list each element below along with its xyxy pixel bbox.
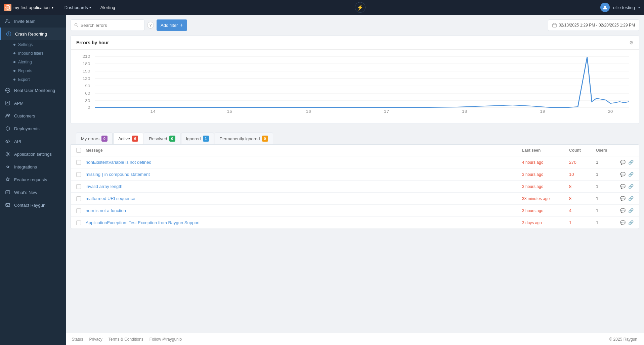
comment-icon[interactable]: 💬: [620, 184, 626, 189]
footer-follow[interactable]: Follow @raygunio: [149, 337, 182, 342]
chart-settings-button[interactable]: ⚙: [629, 40, 634, 45]
calendar-icon: [552, 23, 557, 28]
sidebar-sub-settings[interactable]: Settings: [13, 40, 66, 49]
comment-icon[interactable]: 💬: [620, 196, 626, 201]
sidebar-item-invite-team[interactable]: Invite team: [0, 15, 66, 28]
app-name: my first application: [13, 5, 50, 10]
table-row: invalid array length 3 hours ago 8 1 💬 🔗: [71, 181, 639, 193]
count: 10: [569, 172, 596, 177]
chart-svg: 210 180 150 120 90 60 30 0 14 Feb 15 Feb…: [76, 53, 634, 113]
comment-icon[interactable]: 💬: [620, 160, 626, 165]
tab-active[interactable]: Active 6: [113, 133, 143, 144]
search-icon: [74, 23, 79, 28]
sidebar-sub-reports[interactable]: Reports: [13, 66, 66, 75]
link-icon[interactable]: 🔗: [628, 172, 634, 177]
card-header: Errors by hour ⚙: [71, 36, 639, 50]
link-icon[interactable]: 🔗: [628, 160, 634, 165]
user-chevron-icon: ▾: [638, 6, 640, 9]
svg-rect-14: [553, 24, 556, 27]
app-selector[interactable]: my first application ▾: [4, 0, 57, 15]
table-row: nonExistentVariable is not defined 4 hou…: [71, 156, 639, 168]
footer-terms[interactable]: Terms & Conditions: [109, 337, 143, 342]
nav-dashboards[interactable]: Dashboards ▾: [60, 0, 96, 15]
chart-area: 210 180 150 120 90 60 30 0 14 Feb 15 Feb…: [71, 50, 639, 124]
svg-rect-12: [6, 204, 10, 207]
add-filter-button[interactable]: Add filter +: [157, 19, 187, 31]
svg-point-7: [6, 114, 8, 116]
sidebar-item-app-settings[interactable]: Application settings: [0, 148, 66, 160]
sidebar-item-deployments[interactable]: Deployments: [0, 122, 66, 135]
api-label: API: [14, 139, 21, 144]
dot-icon: [13, 79, 15, 81]
select-all-checkbox[interactable]: [76, 148, 81, 153]
dot-icon: [13, 44, 15, 46]
footer-status[interactable]: Status: [72, 337, 83, 342]
link-icon[interactable]: 🔗: [628, 220, 634, 225]
table-row: num is not a function 3 hours ago 4 1 💬 …: [71, 205, 639, 217]
crash-reporting-sub: Settings Inbound filters Alerting Report…: [0, 40, 66, 84]
sidebar-item-feature-requests[interactable]: Feature requests: [0, 173, 66, 186]
footer: Documentation Help / Support Status Priv…: [0, 333, 644, 345]
sidebar-sub-alerting[interactable]: Alerting: [13, 58, 66, 66]
nav-alerting[interactable]: Alerting: [96, 0, 120, 15]
sidebar-item-crash-reporting[interactable]: Crash Reporting: [0, 28, 66, 40]
comment-icon[interactable]: 💬: [620, 220, 626, 225]
rum-icon: [5, 87, 11, 93]
integrations-icon: [5, 164, 11, 170]
row-actions: 💬 🔗: [616, 172, 634, 177]
count: 4: [569, 208, 596, 213]
svg-rect-11: [6, 191, 10, 194]
tab-resolved[interactable]: Resolved 0: [144, 133, 180, 144]
sidebar-item-api[interactable]: API: [0, 135, 66, 148]
error-message-link[interactable]: ApplicationException: Test Exception fro…: [86, 220, 200, 225]
app-settings-icon: [5, 151, 11, 157]
sidebar-item-label: Invite team: [14, 19, 36, 24]
svg-text:16: 16: [306, 110, 311, 113]
tab-permanently-ignored[interactable]: Permanently ignored 0: [215, 133, 273, 144]
svg-text:20: 20: [608, 110, 613, 113]
svg-text:30: 30: [85, 99, 90, 103]
help-button[interactable]: ?: [147, 22, 154, 29]
date-range-picker[interactable]: 02/13/2025 1:29 PM - 02/20/2025 1:29 PM: [548, 19, 639, 31]
tab-ignored[interactable]: Ignored 1: [181, 133, 214, 144]
link-icon[interactable]: 🔗: [628, 208, 634, 213]
sidebar-item-integrations[interactable]: Integrations: [0, 160, 66, 173]
footer-privacy[interactable]: Privacy: [89, 337, 102, 342]
link-icon[interactable]: 🔗: [628, 184, 634, 189]
tab-my-errors[interactable]: My errors 0: [76, 133, 113, 144]
deployments-label: Deployments: [14, 126, 40, 131]
dot-icon: [13, 61, 15, 63]
date-range-text: 02/13/2025 1:29 PM - 02/20/2025 1:29 PM: [559, 23, 635, 28]
sidebar-item-contact[interactable]: Contact Raygun: [0, 199, 66, 211]
crash-reporting-icon: [6, 31, 12, 37]
error-message-link[interactable]: nonExistentVariable is not defined: [86, 160, 152, 165]
sidebar-sub-export[interactable]: Export: [13, 75, 66, 84]
error-message-link[interactable]: missing } in compound statement: [86, 172, 150, 177]
user-name[interactable]: ollie testing: [613, 5, 635, 10]
feature-requests-label: Feature requests: [14, 177, 47, 182]
count: 8: [569, 184, 596, 189]
error-message-link[interactable]: invalid array length: [86, 184, 122, 189]
top-nav-right: ollie testing ▾: [600, 3, 640, 12]
sidebar-item-rum[interactable]: Real User Monitoring: [0, 84, 66, 97]
svg-text:210: 210: [82, 55, 90, 59]
resolved-badge: 0: [169, 136, 175, 142]
search-input[interactable]: [81, 23, 141, 28]
error-message-link[interactable]: malformed URI sequence: [86, 196, 135, 201]
last-seen: 38 minutes ago: [522, 196, 569, 201]
errors-table-card: Message Last seen Count Users nonExisten…: [71, 144, 639, 229]
sidebar-sub-inbound-filters[interactable]: Inbound filters: [13, 49, 66, 58]
users: 1: [596, 196, 616, 201]
comment-icon[interactable]: 💬: [620, 172, 626, 177]
sidebar-item-customers[interactable]: Customers: [0, 109, 66, 122]
dot-icon: [13, 52, 15, 54]
lightning-button[interactable]: ⚡: [355, 2, 366, 13]
comment-icon[interactable]: 💬: [620, 208, 626, 213]
svg-point-9: [7, 153, 9, 155]
count: 1: [569, 220, 596, 225]
error-message-link[interactable]: num is not a function: [86, 208, 126, 213]
sidebar-item-apm[interactable]: APM: [0, 97, 66, 109]
link-icon[interactable]: 🔗: [628, 196, 634, 201]
user-avatar: [600, 3, 610, 12]
sidebar-item-whats-new[interactable]: What's New: [0, 186, 66, 199]
